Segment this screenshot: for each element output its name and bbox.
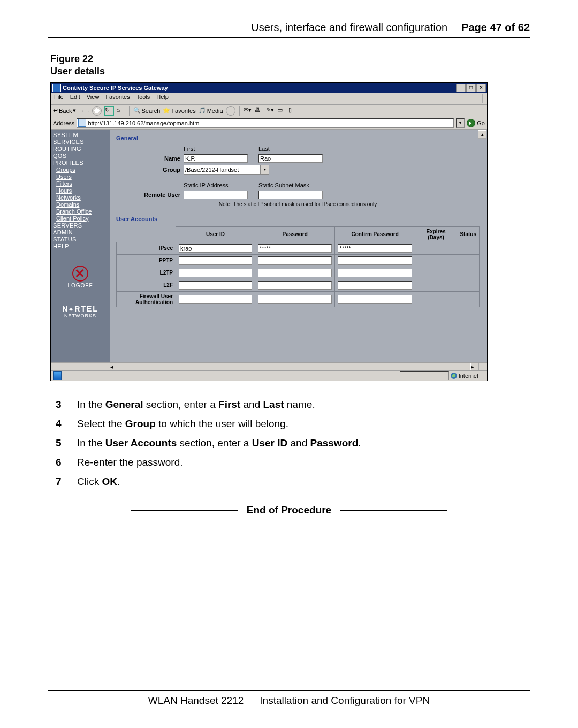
group-select[interactable]: /Base/2212-Handset ▾: [184, 165, 269, 175]
ipsec-note: Note: The static IP subnet mask is used …: [116, 201, 480, 207]
page-footer: WLAN Handset 2212 Installation and Confi…: [48, 686, 530, 707]
discuss-icon[interactable]: ▭: [277, 107, 286, 115]
group-label: Group: [116, 166, 184, 173]
stop-icon[interactable]: [92, 106, 102, 116]
refresh-icon[interactable]: ↻: [104, 106, 114, 116]
screenshot-window: Contivity Secure IP Services Gateway _ □…: [50, 82, 488, 381]
forward-button[interactable]: →: [79, 108, 85, 114]
print-icon[interactable]: 🖶: [255, 107, 263, 115]
sidebar-link-hours[interactable]: Hours: [56, 187, 107, 194]
maximize-button[interactable]: □: [466, 84, 476, 92]
row-pptp: PPTP: [117, 254, 176, 267]
menu-file[interactable]: FFileile: [54, 94, 64, 103]
menu-view[interactable]: View: [87, 94, 100, 103]
status-well: [400, 371, 449, 380]
sidebar: SYSTEM SERVICES ROUTING QOS PROFILES Gro…: [51, 130, 110, 362]
pptp-confirm-field[interactable]: [338, 256, 412, 265]
first-name-field[interactable]: [184, 154, 248, 163]
sidebar-link-domains[interactable]: Domains: [56, 201, 107, 208]
sidebar-cat-admin[interactable]: ADMIN: [53, 229, 107, 236]
l2tp-userid-field[interactable]: [179, 269, 252, 277]
ipsec-password-field[interactable]: [258, 244, 332, 253]
col-expires: Expires (Days): [415, 226, 457, 242]
logoff-button[interactable]: LOGOFF: [54, 266, 107, 289]
mail-icon[interactable]: ✉▾: [244, 107, 252, 115]
nortel-logo: N✦RTEL NETWORKS: [54, 305, 107, 318]
l2f-confirm-field[interactable]: [338, 281, 412, 290]
sidebar-link-networks[interactable]: Networks: [56, 194, 107, 201]
step-num: 6: [56, 453, 64, 472]
close-button[interactable]: ×: [476, 84, 486, 92]
row-fw-auth: Firewall User Authentication: [117, 291, 176, 307]
last-header: Last: [258, 146, 323, 152]
toolbar-separator-2: [239, 106, 240, 116]
logoff-x-icon: [72, 266, 88, 282]
section-general: General: [116, 135, 480, 141]
fw-confirm-field[interactable]: [338, 295, 412, 304]
hscroll-right[interactable]: ▸: [470, 363, 479, 370]
favorites-button[interactable]: ⭐ Favorites: [163, 107, 195, 114]
menu-edit[interactable]: Edit: [70, 94, 80, 103]
url-text: http://131.149.210.62/manage/topman.htm: [88, 120, 199, 126]
extra-icon[interactable]: ▯: [288, 107, 297, 115]
hscroll-left[interactable]: ◂: [110, 363, 118, 370]
pptp-userid-field[interactable]: [179, 256, 252, 265]
sidebar-link-groups[interactable]: Groups: [56, 166, 107, 173]
toolbar: ↩ Back ▾ → · ↻ ⌂ 🔍 Search ⭐ Favorites 🎵 …: [51, 104, 487, 117]
sidebar-link-client-policy[interactable]: Client Policy: [56, 215, 107, 222]
media-button[interactable]: 🎵 Media: [199, 107, 223, 114]
fw-userid-field[interactable]: [179, 295, 252, 304]
titlebar: Contivity Secure IP Services Gateway _ □…: [51, 83, 487, 93]
page-num: Page 47 of 62: [461, 21, 530, 34]
sidebar-cat-profiles[interactable]: PROFILES: [53, 160, 107, 166]
window-title: Contivity Secure IP Services Gateway: [63, 85, 456, 91]
go-button[interactable]: Go: [467, 119, 485, 127]
hscrollbar[interactable]: ◂ ▸: [51, 362, 487, 370]
edit-icon[interactable]: ✎▾: [266, 107, 275, 115]
nortel-name: N✦RTEL: [54, 305, 107, 313]
sidebar-link-branch[interactable]: Branch Office: [56, 208, 107, 215]
step-num: 5: [56, 434, 64, 453]
security-zone: Internet: [451, 373, 487, 379]
sidebar-cat-help[interactable]: HELP: [53, 243, 107, 249]
last-name-field[interactable]: [258, 154, 323, 163]
sidebar-link-filters[interactable]: Filters: [56, 180, 107, 187]
l2tp-confirm-field[interactable]: [338, 269, 412, 277]
ipsec-userid-field[interactable]: [179, 244, 252, 253]
scroll-up-button[interactable]: ▴: [478, 130, 486, 139]
group-dropdown-arrow-icon[interactable]: ▾: [261, 165, 269, 175]
fw-password-field[interactable]: [258, 295, 332, 304]
home-icon[interactable]: ⌂: [117, 107, 125, 115]
figure-number: Figure 22: [50, 53, 530, 65]
accounts-table: User ID Password Confirm Password Expire…: [116, 226, 480, 307]
minimize-button[interactable]: _: [456, 84, 466, 92]
menu-help[interactable]: Help: [156, 94, 169, 103]
back-button[interactable]: ↩ Back ▾: [53, 107, 76, 114]
pptp-password-field[interactable]: [258, 256, 332, 265]
col-confirm: Confirm Password: [335, 226, 415, 242]
l2f-userid-field[interactable]: [179, 281, 252, 290]
history-icon[interactable]: [226, 106, 235, 116]
search-button[interactable]: 🔍 Search: [133, 107, 161, 114]
sidebar-cat-status[interactable]: STATUS: [53, 236, 107, 242]
l2tp-password-field[interactable]: [258, 269, 332, 277]
url-input[interactable]: http://131.149.210.62/manage/topman.htm: [77, 118, 454, 128]
l2f-password-field[interactable]: [258, 281, 332, 290]
subnet-field[interactable]: [258, 191, 323, 199]
eop-label: End of Procedure: [247, 504, 331, 516]
sidebar-cat-services[interactable]: SERVICES: [53, 139, 107, 145]
go-arrow-icon: [467, 119, 475, 127]
url-dropdown[interactable]: ▾: [456, 118, 465, 128]
sidebar-cat-system[interactable]: SYSTEM: [53, 132, 107, 138]
menu-favorites[interactable]: Favorites: [105, 94, 130, 103]
menu-tools[interactable]: Tools: [136, 94, 150, 103]
ipsec-expires: [415, 242, 457, 254]
static-ip-field[interactable]: [184, 191, 248, 199]
section-title: Users, interface and firewall configurat…: [251, 21, 447, 34]
static-ip-header: Static IP Address: [184, 182, 248, 188]
sidebar-cat-qos[interactable]: QOS: [53, 153, 107, 159]
sidebar-cat-servers[interactable]: SERVERS: [53, 222, 107, 229]
sidebar-cat-routing[interactable]: ROUTING: [53, 146, 107, 152]
sidebar-link-users[interactable]: Users: [56, 173, 107, 180]
ipsec-confirm-field[interactable]: [338, 244, 412, 253]
